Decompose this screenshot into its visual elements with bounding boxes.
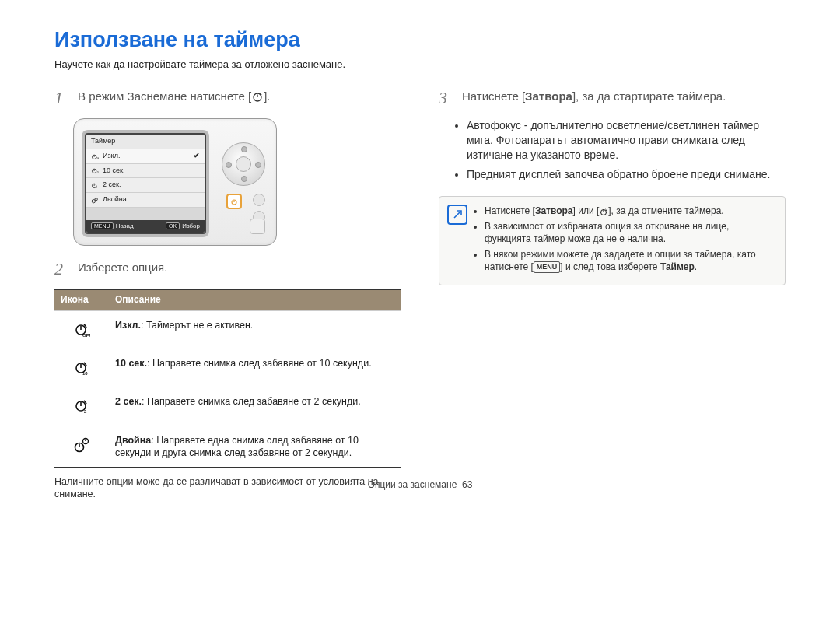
footer-label: Опции за заснемане xyxy=(368,479,457,490)
step1-text: В режим Заснемане натиснете [ xyxy=(78,89,251,103)
lcd-footer: MENUНазад OKИзбор xyxy=(86,220,205,233)
note3-mid: ] и след това изберете xyxy=(560,261,660,272)
table-row: Двойна: Направете една снимка след забав… xyxy=(54,426,401,468)
row0-bold: Изкл. xyxy=(115,320,141,331)
note3-bold: Таймер xyxy=(660,261,695,272)
ok-tag: OK xyxy=(166,222,180,229)
svg-text:OFF: OFF xyxy=(82,333,90,338)
bullet-2: Предният дисплей започва обратно броене … xyxy=(467,167,786,182)
timer-off-icon: OFF xyxy=(73,321,90,338)
svg-text:10: 10 xyxy=(82,371,88,376)
lcd-row-2-label: 2 сек. xyxy=(103,180,121,190)
note-item-2: В зависимост от избраната опция за откри… xyxy=(485,220,775,245)
options-table: Икона Описание OFF Изкл.: Таймерът не е … xyxy=(54,289,401,468)
bullet-1: Автофокус - допълнително осветление/свет… xyxy=(467,118,786,163)
lcd-row-off: OFF Изкл. ✔ xyxy=(86,149,205,164)
step3-bold: Затвора xyxy=(525,89,572,103)
timer-off-icon: OFF xyxy=(91,152,99,160)
timer-10-icon: 10 xyxy=(91,166,99,174)
step-number-1: 1 xyxy=(54,89,68,107)
row3-bold: Двойна xyxy=(115,435,151,446)
row0-rest: : Таймерът не е активен. xyxy=(141,320,253,331)
th-desc: Описание xyxy=(109,290,401,311)
step-3: 3 Натиснете [Затвора], за да стартирате … xyxy=(439,89,786,107)
lcd-row-double-label: Двойна xyxy=(103,195,127,205)
svg-text:2: 2 xyxy=(84,409,87,414)
timer-icon xyxy=(230,198,238,205)
step3-prefix: Натиснете [ xyxy=(462,89,525,103)
note1-suffix: ], за да отмените таймера. xyxy=(608,205,723,216)
timer-double-icon xyxy=(72,436,91,454)
row2-bold: 2 сек. xyxy=(115,396,142,407)
step-2: 2 Изберете опция. xyxy=(54,260,401,278)
lcd-row-2: 2 2 сек. xyxy=(86,178,205,193)
row1-rest: : Направете снимка след забавяне от 10 с… xyxy=(147,358,372,369)
timer-double-icon xyxy=(91,196,99,204)
row3-rest: : Направете една снимка след забавяне от… xyxy=(115,435,359,458)
step-number-2: 2 xyxy=(54,260,68,278)
footer-page-number: 63 xyxy=(462,479,472,490)
control-dial xyxy=(222,142,265,186)
row2-rest: : Направете снимка след забавяне от 2 се… xyxy=(142,396,361,407)
menu-tag: MENU xyxy=(91,222,114,229)
lcd-title: Таймер xyxy=(86,135,205,149)
svg-point-8 xyxy=(95,198,97,200)
step3-suffix: ], за да стартирате таймера. xyxy=(572,89,726,103)
timer-10-icon: 10 xyxy=(73,359,90,376)
lcd-row-10-label: 10 сек. xyxy=(103,166,124,176)
note-box: Натиснете [Затвора] или [], за да отмени… xyxy=(439,196,786,285)
page-footer: Опции за заснемане 63 xyxy=(0,479,840,492)
timer-2-icon: 2 xyxy=(73,397,90,414)
camera-lcd: Таймер OFF Изкл. ✔ 10 10 сек. 2 2 сек xyxy=(85,133,206,234)
corner-button xyxy=(250,219,265,234)
note-icon xyxy=(447,205,467,225)
camera-illustration: Таймер OFF Изкл. ✔ 10 10 сек. 2 2 сек xyxy=(73,118,401,246)
table-row: OFF Изкл.: Таймерът не е активен. xyxy=(54,310,401,349)
timer-icon xyxy=(251,90,264,103)
step-1: 1 В режим Заснемане натиснете []. xyxy=(54,89,401,107)
note1-mid: ] или [ xyxy=(573,205,600,216)
note-item-3: В някои режими можете да зададете и опци… xyxy=(485,248,775,273)
timer-highlighted-button xyxy=(226,194,242,209)
lcd-row-double: Двойна xyxy=(86,193,205,208)
lcd-back-label: Назад xyxy=(116,222,134,229)
table-row: 10 10 сек.: Направете снимка след забавя… xyxy=(54,349,401,387)
svg-text:10: 10 xyxy=(96,172,99,175)
left-column: 1 В режим Заснемане натиснете []. Таймер… xyxy=(54,89,401,501)
check-icon: ✔ xyxy=(194,152,200,161)
timer-2-icon: 2 xyxy=(91,181,99,189)
row1-bold: 10 сек. xyxy=(115,358,147,369)
note-item-1: Натиснете [Затвора] или [], за да отмени… xyxy=(485,205,775,217)
note1-bold: Затвора xyxy=(535,205,573,216)
lcd-ok-label: Избор xyxy=(182,222,200,229)
svg-text:OFF: OFF xyxy=(96,157,99,160)
timer-icon xyxy=(599,207,608,216)
table-row: 2 2 сек.: Направете снимка след забавяне… xyxy=(54,387,401,426)
lcd-row-off-label: Изкл. xyxy=(103,152,120,161)
intro-text: Научете как да настройвате таймера за от… xyxy=(54,58,786,72)
menu-tag: MENU xyxy=(534,261,561,272)
step-number-3: 3 xyxy=(439,89,453,107)
step2-text: Изберете опция. xyxy=(78,260,167,275)
svg-text:2: 2 xyxy=(96,186,97,189)
right-column: 3 Натиснете [Затвора], за да стартирате … xyxy=(439,89,786,501)
lcd-row-10: 10 10 сек. xyxy=(86,164,205,179)
th-icon: Икона xyxy=(54,290,109,311)
step1-suffix: ]. xyxy=(264,89,270,103)
note3-suffix: . xyxy=(695,261,697,272)
page-title: Използване на таймера xyxy=(54,26,786,54)
step3-bullets: Автофокус - допълнително осветление/свет… xyxy=(453,118,786,182)
note1-prefix: Натиснете [ xyxy=(485,205,535,216)
